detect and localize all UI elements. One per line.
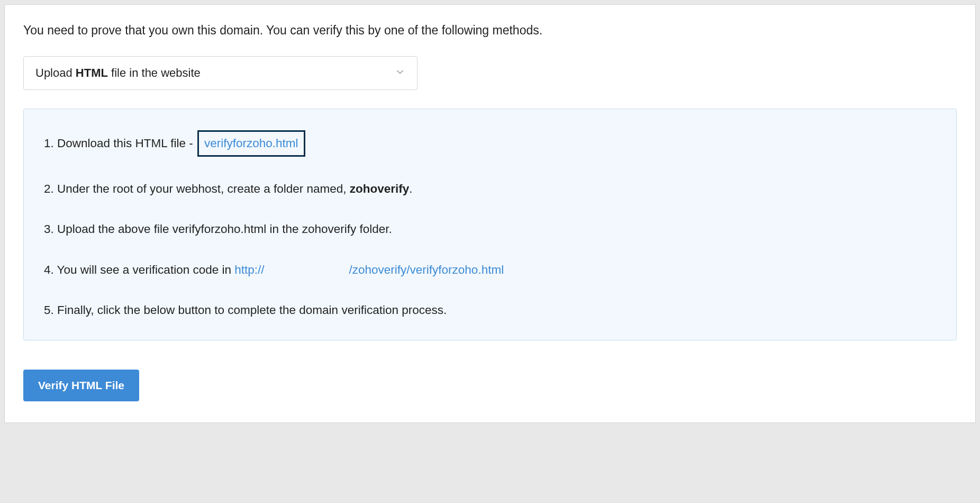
- verification-url-link[interactable]: http:///zohoverify/verifyforzoho.html: [234, 263, 504, 276]
- url-part-a: http://: [234, 263, 264, 276]
- step2-suffix: .: [409, 182, 412, 195]
- verification-method-dropdown[interactable]: Upload HTML file in the website: [23, 56, 418, 90]
- url-part-b: /zohoverify/verifyforzoho.html: [349, 263, 504, 276]
- instruction-step-2: 2. Under the root of your webhost, creat…: [44, 181, 936, 197]
- verify-html-file-button[interactable]: Verify HTML File: [23, 370, 139, 401]
- download-file-link[interactable]: verifyforzoho.html: [197, 130, 305, 157]
- dropdown-prefix: Upload: [35, 66, 76, 79]
- dropdown-label: Upload HTML file in the website: [35, 66, 201, 80]
- instruction-step-5: 5. Finally, click the below button to co…: [44, 302, 936, 319]
- instruction-step-4: 4. You will see a verification code in h…: [44, 262, 936, 279]
- file-name: verifyforzoho.html: [204, 137, 298, 150]
- instruction-step-3: 3. Upload the above file verifyforzoho.h…: [44, 221, 936, 238]
- step2-folder-name: zohoverify: [350, 182, 410, 195]
- instruction-step-1: 1. Download this HTML file - verifyforzo…: [44, 130, 936, 157]
- intro-text: You need to prove that you own this doma…: [23, 23, 957, 38]
- step1-text: 1. Download this HTML file -: [44, 137, 196, 150]
- chevron-down-icon: [395, 67, 405, 79]
- instructions-box: 1. Download this HTML file - verifyforzo…: [23, 109, 957, 340]
- step4-prefix: 4. You will see a verification code in: [44, 263, 234, 276]
- dropdown-bold: HTML: [76, 66, 108, 79]
- dropdown-suffix: file in the website: [108, 66, 201, 79]
- domain-verification-panel: You need to prove that you own this doma…: [4, 4, 976, 423]
- step2-prefix: 2. Under the root of your webhost, creat…: [44, 182, 350, 195]
